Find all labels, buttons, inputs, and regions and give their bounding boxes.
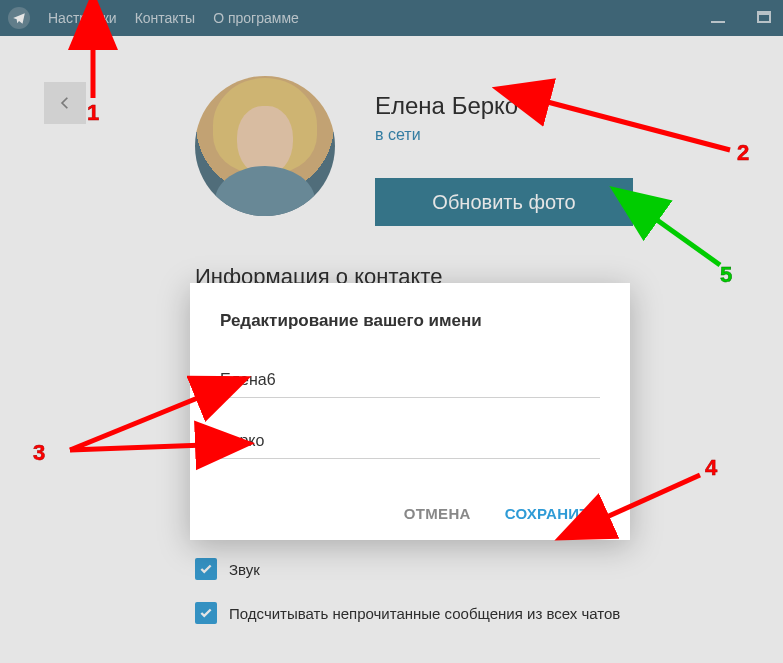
edit-name-dialog: Редактирование вашего имени ОТМЕНА СОХРА… (190, 283, 630, 540)
annotation-5: 5 (720, 262, 732, 288)
dialog-title: Редактирование вашего имени (220, 311, 600, 331)
annotation-3: 3 (33, 440, 45, 466)
cancel-button[interactable]: ОТМЕНА (404, 505, 471, 522)
last-name-input[interactable] (220, 426, 600, 459)
annotation-2: 2 (737, 140, 749, 166)
app-root: Настройки Контакты О программе Елена Бер… (0, 0, 783, 663)
annotation-1: 1 (87, 100, 99, 126)
annotation-4: 4 (705, 455, 717, 481)
save-button[interactable]: СОХРАНИТЬ (505, 505, 600, 522)
first-name-input[interactable] (220, 365, 600, 398)
